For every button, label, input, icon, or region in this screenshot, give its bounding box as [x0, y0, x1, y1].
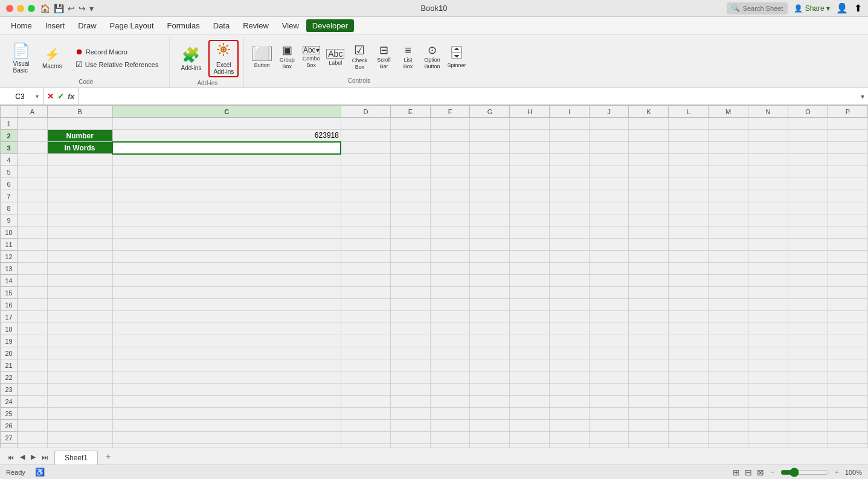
cell-h26[interactable]	[510, 420, 550, 432]
cell-i1[interactable]	[550, 118, 590, 130]
menu-data[interactable]: Data	[207, 19, 236, 32]
label-control[interactable]: Abc Label	[324, 47, 346, 69]
cell-b2[interactable]: Number	[47, 130, 112, 142]
cell-p18[interactable]	[828, 323, 868, 335]
sheet-nav-last[interactable]: ⏭	[39, 452, 51, 462]
cell-k1[interactable]	[629, 118, 669, 130]
cell-n25[interactable]	[748, 408, 788, 420]
normal-view-button[interactable]: ⊞	[733, 468, 740, 477]
cell-e22[interactable]	[390, 371, 430, 384]
cell-j7[interactable]	[589, 190, 629, 202]
col-header-h[interactable]: H	[510, 106, 550, 118]
cell-d3[interactable]	[341, 142, 390, 154]
cell-a5[interactable]	[18, 166, 48, 178]
cell-i8[interactable]	[550, 202, 590, 214]
cell-f4[interactable]	[430, 154, 470, 166]
cell-h15[interactable]	[510, 287, 550, 299]
cell-i27[interactable]	[550, 432, 590, 444]
cell-m19[interactable]	[708, 335, 748, 347]
cell-m11[interactable]	[708, 239, 748, 251]
cell-m2[interactable]	[708, 130, 748, 142]
cell-k2[interactable]	[629, 130, 669, 142]
cell-a15[interactable]	[18, 287, 48, 299]
cell-p7[interactable]	[828, 190, 868, 202]
cell-b19[interactable]	[47, 335, 112, 347]
cell-g14[interactable]	[470, 275, 510, 287]
cell-g27[interactable]	[470, 432, 510, 444]
cell-f16[interactable]	[430, 299, 470, 311]
cell-d7[interactable]	[341, 190, 390, 202]
cell-g12[interactable]	[470, 251, 510, 263]
cell-d10[interactable]	[341, 227, 390, 239]
cell-c26[interactable]	[112, 420, 341, 432]
cell-h2[interactable]	[510, 130, 550, 142]
cell-m14[interactable]	[708, 275, 748, 287]
cell-o25[interactable]	[788, 408, 828, 420]
cell-g26[interactable]	[470, 420, 510, 432]
cell-e20[interactable]	[390, 347, 430, 359]
check-box-control[interactable]: ☑ CheckBox	[349, 42, 370, 73]
cell-o10[interactable]	[788, 227, 828, 239]
cell-m23[interactable]	[708, 384, 748, 396]
list-box-control[interactable]: ≡ ListBox	[397, 42, 419, 72]
cell-l12[interactable]	[669, 251, 709, 263]
cell-l4[interactable]	[669, 154, 709, 166]
cell-k26[interactable]	[629, 420, 669, 432]
row-header-21[interactable]: 21	[1, 359, 18, 371]
cell-e13[interactable]	[390, 263, 430, 275]
cell-i11[interactable]	[550, 239, 590, 251]
cell-m27[interactable]	[708, 432, 748, 444]
cell-i28[interactable]	[550, 444, 590, 448]
cell-o23[interactable]	[788, 384, 828, 396]
cell-p10[interactable]	[828, 227, 868, 239]
cell-h4[interactable]	[510, 154, 550, 166]
user-icon[interactable]: 👤	[836, 2, 848, 14]
cell-p9[interactable]	[828, 214, 868, 227]
cell-m26[interactable]	[708, 420, 748, 432]
cell-e8[interactable]	[390, 202, 430, 214]
cell-n7[interactable]	[748, 190, 788, 202]
cell-n11[interactable]	[748, 239, 788, 251]
cell-i5[interactable]	[550, 166, 590, 178]
cell-m5[interactable]	[708, 166, 748, 178]
cell-n9[interactable]	[748, 214, 788, 227]
cell-k15[interactable]	[629, 287, 669, 299]
cell-g9[interactable]	[470, 214, 510, 227]
cell-c23[interactable]	[112, 384, 341, 396]
cell-l9[interactable]	[669, 214, 709, 227]
cell-i22[interactable]	[550, 371, 590, 384]
cell-o16[interactable]	[788, 299, 828, 311]
cell-i7[interactable]	[550, 190, 590, 202]
cell-h9[interactable]	[510, 214, 550, 227]
cell-k4[interactable]	[629, 154, 669, 166]
cell-j5[interactable]	[589, 166, 629, 178]
cell-k18[interactable]	[629, 323, 669, 335]
cell-a3[interactable]	[18, 142, 48, 154]
cell-h10[interactable]	[510, 227, 550, 239]
cell-i21[interactable]	[550, 359, 590, 371]
cell-d2[interactable]	[341, 130, 390, 142]
cell-h13[interactable]	[510, 263, 550, 275]
cell-i9[interactable]	[550, 214, 590, 227]
cell-g15[interactable]	[470, 287, 510, 299]
cell-p14[interactable]	[828, 275, 868, 287]
cell-o13[interactable]	[788, 263, 828, 275]
cell-i6[interactable]	[550, 178, 590, 190]
cell-a1[interactable]	[18, 118, 48, 130]
cell-m18[interactable]	[708, 323, 748, 335]
cell-p4[interactable]	[828, 154, 868, 166]
cell-n5[interactable]	[748, 166, 788, 178]
cell-o7[interactable]	[788, 190, 828, 202]
cell-k10[interactable]	[629, 227, 669, 239]
cell-e12[interactable]	[390, 251, 430, 263]
cell-o5[interactable]	[788, 166, 828, 178]
cell-k11[interactable]	[629, 239, 669, 251]
cell-o28[interactable]	[788, 444, 828, 448]
cell-d13[interactable]	[341, 263, 390, 275]
cell-o8[interactable]	[788, 202, 828, 214]
col-header-m[interactable]: M	[708, 106, 748, 118]
share-button[interactable]: 👤 Share ▾	[794, 4, 830, 13]
cell-e7[interactable]	[390, 190, 430, 202]
menu-page-layout[interactable]: Page Layout	[104, 19, 160, 32]
cell-e14[interactable]	[390, 275, 430, 287]
